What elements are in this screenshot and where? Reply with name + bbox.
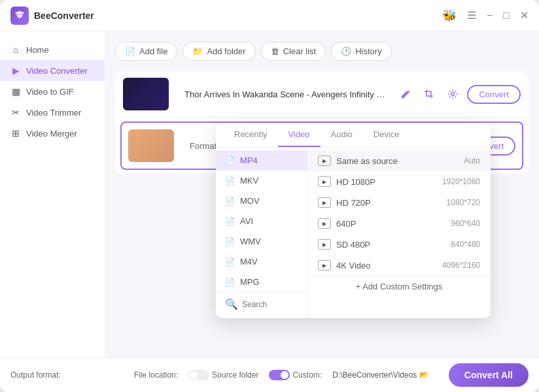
app-title: BeeConverter [34,10,442,21]
resolution-icon-720: ▶ [318,197,331,208]
close-button[interactable]: ✕ [520,9,529,22]
format-item-mpg[interactable]: 📄 MPG [216,272,307,292]
add-custom-label: + Add Custom Settings [356,282,443,291]
file-info: Thor Arrives In Wakanda Scene - Avengers… [184,90,389,99]
resolution-name-4k: ▶ 4K Video [318,260,371,270]
sidebar-item-video-merger[interactable]: ⊞ Video Merger [0,123,105,144]
resolution-4k[interactable]: ▶ 4K Video 4096*2160 [307,255,491,276]
resolution-hd1080[interactable]: ▶ HD 1080P 1920*1080 [307,171,491,192]
format-item-mp4[interactable]: 📄 MP4 [216,150,307,171]
svg-point-2 [20,14,22,15]
format-item-mov[interactable]: 📄 MOV [216,191,307,211]
sidebar-item-video-trimmer[interactable]: ✂ Video Trimmer [0,102,105,123]
format-label: MP4 [240,155,258,165]
svg-point-1 [18,14,19,15]
tab-recently[interactable]: Recently [224,123,278,147]
app-window: BeeConverter 🐝 ☰ − □ ✕ ⌂ Home ▶ Video Co… [0,0,539,392]
add-file-label: Add file [139,46,167,56]
resolution-640[interactable]: ▶ 640P 960*640 [307,213,491,234]
resolution-label-4k: 4K Video [336,261,371,270]
resolution-size-1080: 1920*1080 [442,177,480,186]
trimmer-icon: ✂ [10,107,21,118]
format-item-wmv[interactable]: 📄 WMV [216,231,307,252]
format-item-m4v[interactable]: 📄 M4V [216,252,307,272]
resolution-icon-480: ▶ [318,239,331,250]
file-location-label: File location: [134,370,178,380]
resolution-name-640: ▶ 640P [318,218,356,229]
resolution-sd480[interactable]: ▶ SD 480P 640*480 [307,234,491,255]
resolution-icon-640: ▶ [318,218,331,229]
sidebar-item-video-converter-label: Video Converter [26,66,88,76]
resolution-label: Same as source [336,156,398,166]
clear-list-button[interactable]: 🗑 Clear list [261,42,326,61]
main-layout: ⌂ Home ▶ Video Converter ▦ Video to GIF … [0,31,539,357]
titlebar: BeeConverter 🐝 ☰ − □ ✕ [0,0,539,31]
file-icon-avi: 📄 [225,217,235,226]
resolution-size: Auto [464,156,480,165]
resolution-label-1080: HD 1080P [336,177,375,187]
toolbar: 📄 Add file 📁 Add folder 🗑 Clear list 🕐 H… [115,42,529,61]
sidebar-item-merger-label: Video Merger [26,129,77,139]
table-row: Thor Arrives In Wakanda Scene - Avengers… [115,71,529,118]
add-folder-button[interactable]: 📁 Add folder [183,42,255,61]
format-item-avi[interactable]: 📄 AVI [216,211,307,231]
bee-icon: 🐝 [442,8,457,23]
resolution-icon-4k: ▶ [318,260,331,270]
resolution-name-720: ▶ HD 720P [318,197,371,208]
custom-toggle[interactable] [269,370,290,380]
resolution-same-as-source[interactable]: ▶ Same as source Auto [307,150,491,171]
add-file-icon: 📄 [125,46,135,56]
resolution-hd720[interactable]: ▶ HD 720P 1080*720 [307,192,491,213]
custom-path-text: D:\BeeConverter\Videos [332,370,417,380]
app-logo [10,7,29,25]
history-label: History [355,46,381,56]
clear-list-icon: 🗑 [271,46,279,56]
format-label-m4v: M4V [240,257,258,267]
format-search: 🔍 [216,292,307,316]
tab-video[interactable]: Video [278,123,321,147]
file-icon: 📄 [225,156,235,165]
format-item-mkv[interactable]: 📄 MKV [216,171,307,191]
crop-icon[interactable] [420,85,438,103]
history-icon: 🕐 [341,46,351,56]
format-dropdown: Recently Video Audio Device [216,123,491,318]
merger-icon: ⊞ [10,128,21,139]
sidebar-item-home[interactable]: ⌂ Home [0,39,105,60]
format-label-avi: AVI [240,216,253,226]
resolution-list: ▶ Same as source Auto ▶ HD 1080P 1920*10… [307,148,491,318]
resolution-name-1080: ▶ HD 1080P [318,176,375,187]
add-folder-icon: 📁 [192,46,203,56]
edit-icon[interactable] [396,85,415,103]
add-folder-label: Add folder [207,46,245,56]
file-icon-mpg: 📄 [225,278,235,287]
window-controls: 🐝 ☰ − □ ✕ [442,8,529,23]
convert-all-button[interactable]: Convert All [449,363,529,387]
minimize-button[interactable]: − [487,10,493,22]
add-custom-button[interactable]: + Add Custom Settings [307,276,491,297]
search-input[interactable] [242,300,294,309]
sidebar-item-trimmer-label: Video Trimmer [26,108,81,118]
resolution-size-640: 960*640 [451,219,480,228]
add-file-button[interactable]: 📄 Add file [115,42,177,61]
history-button[interactable]: 🕐 History [331,42,391,61]
tab-audio[interactable]: Audio [321,123,363,147]
sidebar-item-video-converter[interactable]: ▶ Video Converter [0,60,105,81]
settings-icon[interactable] [443,85,462,103]
hamburger-icon[interactable]: ☰ [467,9,476,22]
file-thumbnail-2 [128,129,174,162]
source-folder-label: Source folder [212,370,258,380]
format-label-wmv: WMV [240,237,261,246]
sidebar: ⌂ Home ▶ Video Converter ▦ Video to GIF … [0,31,105,357]
resolution-name: ▶ Same as source [318,155,398,166]
resolution-icon: ▶ [318,155,331,166]
convert-button-1[interactable]: Convert [467,85,521,104]
source-folder-toggle-group: Source folder [188,370,258,380]
tab-device[interactable]: Device [363,123,410,147]
source-folder-toggle[interactable] [188,370,209,380]
browse-folder-button[interactable]: 📂 [419,370,429,380]
file-icon-m4v: 📄 [225,257,235,267]
maximize-button[interactable]: □ [503,10,510,22]
format-list: 📄 MP4 📄 MKV 📄 MOV 📄 [216,148,307,318]
sidebar-item-video-to-gif[interactable]: ▦ Video to GIF [0,81,105,102]
custom-label: Custom: [292,370,322,380]
